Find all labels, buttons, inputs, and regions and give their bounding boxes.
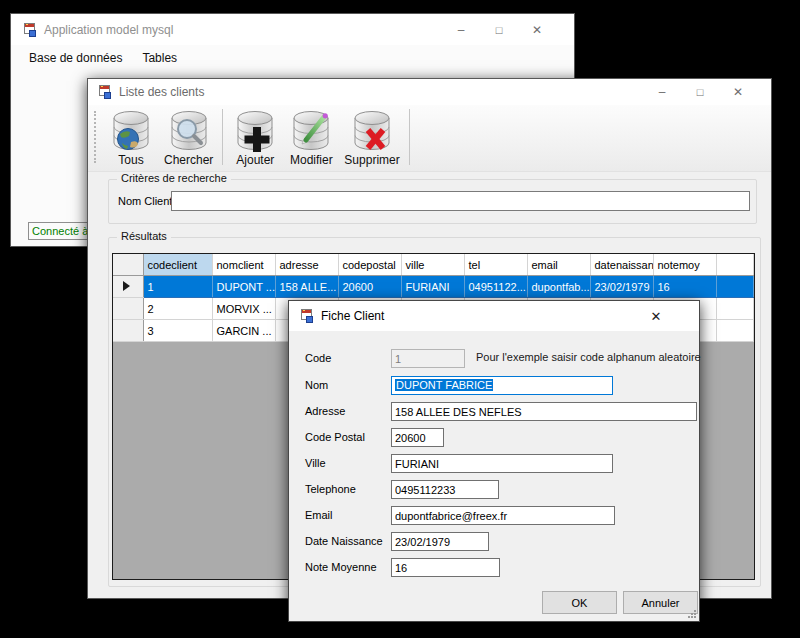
cell-codeclient[interactable]: 2 xyxy=(143,298,212,320)
form-icon xyxy=(96,85,112,99)
note-moyenne-label: Note Moyenne xyxy=(305,558,377,577)
row-indicator-icon[interactable] xyxy=(113,276,143,298)
menu-item-base-de-donnees[interactable]: Base de données xyxy=(19,47,132,69)
table-row-selected[interactable]: 1 DUPONT ... 158 ALLE... 20600 FURIANI 0… xyxy=(113,276,754,298)
database-add-icon xyxy=(232,108,278,154)
clients-list-caption-buttons: – □ ✕ xyxy=(643,79,757,105)
database-edit-icon xyxy=(288,108,334,154)
close-icon[interactable]: ✕ xyxy=(719,79,757,105)
cell-filler xyxy=(716,276,754,298)
row-header-cell[interactable] xyxy=(113,298,143,320)
column-header-email[interactable]: email xyxy=(527,254,590,276)
cell-codeclient[interactable]: 1 xyxy=(143,276,212,298)
column-header-codeclient[interactable]: codeclient xyxy=(143,254,212,276)
search-criteria-legend: Critères de recherche xyxy=(117,172,231,184)
maximize-icon[interactable]: □ xyxy=(681,79,719,105)
ok-button[interactable]: OK xyxy=(542,591,617,614)
column-header-datenaissance[interactable]: datenaissance xyxy=(590,254,653,276)
adresse-label: Adresse xyxy=(305,402,345,421)
ville-label: Ville xyxy=(305,454,326,473)
column-header-tel[interactable]: tel xyxy=(464,254,527,276)
cell-nomclient[interactable]: GARCIN ... xyxy=(212,320,275,342)
toolbar-separator xyxy=(409,109,410,165)
clients-list-title: Liste des clients xyxy=(119,85,204,99)
nom-label: Nom xyxy=(305,376,328,395)
adresse-field[interactable] xyxy=(391,402,697,421)
modifier-button-label: Modifier xyxy=(290,154,333,167)
fiche-client-titlebar: Fiche Client ✕ xyxy=(289,301,699,331)
cell-email[interactable]: dupontfab... xyxy=(527,276,590,298)
column-header-filler xyxy=(716,254,754,276)
column-header-ville[interactable]: ville xyxy=(401,254,464,276)
main-window-titlebar: Application model mysql – □ ✕ xyxy=(11,14,574,45)
date-naissance-label: Date Naissance xyxy=(305,532,383,551)
cell-nomclient[interactable]: MORVIX ... xyxy=(212,298,275,320)
tous-button[interactable]: Tous xyxy=(103,107,159,169)
main-window-caption-buttons: – □ ✕ xyxy=(442,14,556,45)
cell-filler xyxy=(716,320,754,342)
menu-bar: Base de données Tables xyxy=(11,45,574,70)
results-legend: Résultats xyxy=(117,230,171,242)
nom-field[interactable]: DUPONT FABRICE xyxy=(391,376,613,395)
toolbar-separator xyxy=(222,109,223,165)
column-header-adresse[interactable]: adresse xyxy=(275,254,338,276)
nom-client-label: Nom Client xyxy=(118,195,172,207)
modifier-button[interactable]: Modifier xyxy=(283,107,339,169)
tous-button-label: Tous xyxy=(118,154,143,167)
nom-selected-text: DUPONT FABRICE xyxy=(395,379,493,391)
cell-nomclient[interactable]: DUPONT ... xyxy=(212,276,275,298)
code-field xyxy=(391,349,465,368)
code-hint-text: Pour l'exemple saisir code alphanum alea… xyxy=(476,351,701,363)
menu-item-tables[interactable]: Tables xyxy=(132,47,187,69)
fiche-client-dialog: Fiche Client ✕ Code Pour l'exemple saisi… xyxy=(288,300,700,622)
column-header-codepostal[interactable]: codepostal xyxy=(338,254,401,276)
code-label: Code xyxy=(305,349,331,368)
maximize-icon[interactable]: □ xyxy=(480,14,518,45)
cell-codepostal[interactable]: 20600 xyxy=(338,276,401,298)
email-label: Email xyxy=(305,506,333,525)
cell-adresse[interactable]: 158 ALLE... xyxy=(275,276,338,298)
code-postal-field[interactable] xyxy=(391,428,444,447)
cell-notemoy[interactable]: 16 xyxy=(653,276,716,298)
column-header-nomclient[interactable]: nomclient xyxy=(212,254,275,276)
ville-field[interactable] xyxy=(391,454,613,473)
grid-corner-cell[interactable] xyxy=(113,254,143,276)
supprimer-button[interactable]: Supprimer xyxy=(339,107,404,169)
database-search-icon xyxy=(166,108,212,154)
toolbar: Tous Chercher Ajouter xyxy=(88,105,771,172)
cell-tel[interactable]: 04951122... xyxy=(464,276,527,298)
date-naissance-field[interactable] xyxy=(391,532,489,551)
telephone-field[interactable] xyxy=(391,480,499,499)
cell-ville[interactable]: FURIANI xyxy=(401,276,464,298)
search-criteria-groupbox: Critères de recherche Nom Client xyxy=(108,179,757,224)
close-icon[interactable]: ✕ xyxy=(518,14,556,45)
note-moyenne-field[interactable] xyxy=(391,558,500,577)
form-icon xyxy=(298,309,314,323)
minimize-icon[interactable]: – xyxy=(442,14,480,45)
desktop: Application model mysql – □ ✕ Base de do… xyxy=(0,0,800,638)
code-postal-label: Code Postal xyxy=(305,428,365,447)
fiche-client-title: Fiche Client xyxy=(321,309,384,323)
ajouter-button-label: Ajouter xyxy=(236,154,274,167)
clients-list-titlebar: Liste des clients – □ ✕ xyxy=(88,79,771,105)
cell-filler xyxy=(716,298,754,320)
chercher-button-label: Chercher xyxy=(164,154,213,167)
cell-datenaissance[interactable]: 23/02/1979 xyxy=(590,276,653,298)
database-delete-icon xyxy=(349,108,395,154)
ajouter-button[interactable]: Ajouter xyxy=(227,107,283,169)
resize-grip[interactable] xyxy=(687,609,696,618)
database-globe-icon xyxy=(108,108,154,154)
row-header-cell[interactable] xyxy=(113,320,143,342)
column-header-notemoy[interactable]: notemoy xyxy=(653,254,716,276)
app-icon xyxy=(21,23,37,37)
toolbar-grip[interactable] xyxy=(94,111,98,163)
cell-codeclient[interactable]: 3 xyxy=(143,320,212,342)
main-window-title: Application model mysql xyxy=(44,23,173,37)
email-field[interactable] xyxy=(391,506,615,525)
close-icon[interactable]: ✕ xyxy=(637,301,675,331)
nom-client-input[interactable] xyxy=(171,191,750,211)
chercher-button[interactable]: Chercher xyxy=(159,107,218,169)
header-row: codeclient nomclient adresse codepostal … xyxy=(113,254,754,276)
minimize-icon[interactable]: – xyxy=(643,79,681,105)
telephone-label: Telephone xyxy=(305,480,356,499)
